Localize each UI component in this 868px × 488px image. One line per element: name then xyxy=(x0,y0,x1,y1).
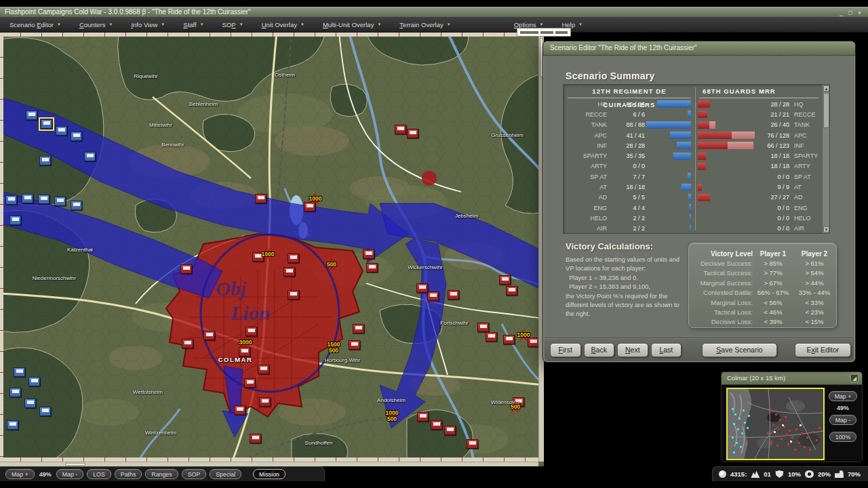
maximize-button[interactable]: □ xyxy=(846,8,854,18)
pact-unit-counter[interactable] xyxy=(259,397,271,407)
pact-unit-counter[interactable] xyxy=(506,286,517,296)
map-zoom-out-button[interactable]: Map - xyxy=(56,469,84,479)
horizontal-scroll-thumb[interactable] xyxy=(65,463,85,466)
scroll-up-arrow[interactable]: ▲ xyxy=(823,85,829,92)
victory-point-marker[interactable]: ★500 xyxy=(327,262,336,268)
menu-item-counters[interactable]: Counters▼ xyxy=(79,21,113,28)
pact-unit-counter[interactable] xyxy=(366,263,378,272)
dialog-titlebar[interactable]: Scenario Editor "The Ride of the 12th Cu… xyxy=(543,41,855,56)
unit-symbol xyxy=(12,218,19,221)
pact-unit-counter[interactable] xyxy=(203,331,215,340)
ranges-button[interactable]: Ranges xyxy=(145,469,178,479)
last-button[interactable]: Last xyxy=(651,343,682,357)
menu-item-sop[interactable]: SOP▼ xyxy=(222,21,243,28)
window-title: Flashpoint Campaigns Cold War - 3.0.0.98… xyxy=(5,8,251,16)
pact-unit-counter[interactable] xyxy=(431,420,442,430)
close-button[interactable]: × xyxy=(856,8,863,18)
scroll-down-arrow[interactable]: ▼ xyxy=(823,226,829,232)
pact-unit-counter[interactable] xyxy=(503,335,515,344)
pact-unit-counter[interactable] xyxy=(255,194,267,203)
menu-item-terrain-overlay[interactable]: Terrain Overlay▼ xyxy=(399,21,450,28)
pact-unit-counter[interactable] xyxy=(250,434,261,443)
map-zoom-in-button[interactable]: Map + xyxy=(5,469,35,479)
pact-unit-counter[interactable] xyxy=(182,339,193,348)
nato-unit-counter[interactable] xyxy=(7,420,18,430)
sop-button[interactable]: SOP xyxy=(182,469,207,479)
pact-unit-counter[interactable] xyxy=(407,129,418,138)
pact-unit-counter[interactable] xyxy=(499,275,511,285)
victory-point-marker[interactable]: ★3000 xyxy=(239,340,252,346)
pact-unit-counter[interactable] xyxy=(244,378,256,388)
minimap-zoom-out-button[interactable]: Map - xyxy=(829,415,857,425)
nato-unit-counter[interactable] xyxy=(41,119,52,129)
pact-unit-counter[interactable] xyxy=(288,253,299,263)
nato-unit-counter[interactable] xyxy=(84,152,96,161)
pact-unit-counter[interactable] xyxy=(416,283,428,293)
los-button[interactable]: LOS xyxy=(87,469,111,479)
menu-item-unit-overlay[interactable]: Unit Overlay▼ xyxy=(262,21,304,28)
pact-unit-counter[interactable] xyxy=(427,291,439,301)
special-button[interactable]: Special xyxy=(210,469,241,479)
menu-item-scenario-editor[interactable]: Scenario Editor▼ xyxy=(9,21,61,28)
pact-unit-counter[interactable] xyxy=(180,264,192,274)
pact-unit-counter[interactable] xyxy=(283,267,295,277)
pact-unit-counter[interactable] xyxy=(234,405,245,415)
pact-unit-counter[interactable] xyxy=(444,426,456,435)
victory-point-marker[interactable]: ★1000 xyxy=(309,196,322,202)
pact-unit-counter[interactable] xyxy=(417,412,429,422)
pact-unit-counter[interactable] xyxy=(258,365,269,374)
nato-unit-counter[interactable] xyxy=(56,126,67,136)
pact-unit-counter[interactable] xyxy=(467,439,478,449)
pact-unit-counter[interactable] xyxy=(477,323,489,332)
nato-unit-counter[interactable] xyxy=(38,195,50,204)
nato-unit-counter[interactable] xyxy=(5,195,17,205)
nato-unit-counter[interactable] xyxy=(54,197,66,206)
pact-unit-counter[interactable] xyxy=(395,125,406,134)
victory-point-marker[interactable]: ★500 xyxy=(511,404,520,410)
mission-button[interactable]: Mission xyxy=(253,469,285,479)
victory-point-marker[interactable]: ★1500500 xyxy=(328,342,340,354)
nato-unit-counter[interactable] xyxy=(71,131,82,141)
map-area[interactable]: Obj Lion RiquewihrOstheimBeblenheimMitte… xyxy=(0,33,544,466)
back-button[interactable]: Back xyxy=(584,343,615,357)
minimap-resize-icon[interactable]: ◢ xyxy=(850,374,859,382)
minimize-button[interactable]: _ xyxy=(837,8,845,18)
minimap-full-zoom-button[interactable]: 100% xyxy=(829,432,857,442)
save-scenario-button[interactable]: Save Scenario xyxy=(702,343,777,357)
victory-point-marker[interactable]: ★1000 xyxy=(517,332,530,338)
victory-point-marker[interactable]: ★1000 xyxy=(262,251,275,258)
menu-item-options[interactable]: Options▼ xyxy=(514,21,544,28)
nato-unit-counter[interactable] xyxy=(22,194,33,203)
nato-unit-counter[interactable] xyxy=(39,156,51,165)
pact-unit-counter[interactable] xyxy=(486,332,497,342)
pact-unit-counter[interactable] xyxy=(349,340,360,350)
nato-unit-counter[interactable] xyxy=(14,367,25,377)
paths-button[interactable]: Paths xyxy=(115,469,142,479)
summary-scroll-thumb[interactable] xyxy=(823,93,829,128)
menu-item-info-view[interactable]: Info View▼ xyxy=(131,21,165,28)
unit-bar-track xyxy=(698,225,755,232)
menu-item-multi-unit-overlay[interactable]: Multi-Unit Overlay▼ xyxy=(323,21,381,28)
nato-unit-counter[interactable] xyxy=(9,388,21,397)
minimap-titlebar[interactable]: Colmar (20 x 15 km) ◢ xyxy=(722,372,862,385)
nato-unit-counter[interactable] xyxy=(9,216,21,225)
map-horizontal-scrollbar[interactable] xyxy=(0,462,538,466)
menu-item-staff[interactable]: Staff▼ xyxy=(183,21,203,28)
pact-unit-counter[interactable] xyxy=(288,290,299,300)
exit-editor-button[interactable]: Exit Editor xyxy=(795,343,851,357)
first-button[interactable]: First xyxy=(550,343,581,357)
nato-unit-counter[interactable] xyxy=(71,201,82,210)
nato-unit-counter[interactable] xyxy=(39,407,51,416)
next-button[interactable]: Next xyxy=(617,343,648,357)
nato-unit-counter[interactable] xyxy=(26,110,37,120)
minimap-zoom-in-button[interactable]: Map + xyxy=(829,391,858,401)
menu-item-help[interactable]: Help▼ xyxy=(561,21,583,28)
nato-unit-counter[interactable] xyxy=(28,377,40,386)
pact-unit-counter[interactable] xyxy=(363,249,374,259)
nato-unit-counter[interactable] xyxy=(24,399,36,408)
minimap-view[interactable] xyxy=(726,388,825,460)
pact-unit-counter[interactable] xyxy=(353,324,364,333)
pact-unit-counter[interactable] xyxy=(448,290,459,300)
summary-scrollbar[interactable]: ▲ ▼ xyxy=(822,85,829,233)
victory-point-marker[interactable]: ★1000500 xyxy=(386,410,399,422)
